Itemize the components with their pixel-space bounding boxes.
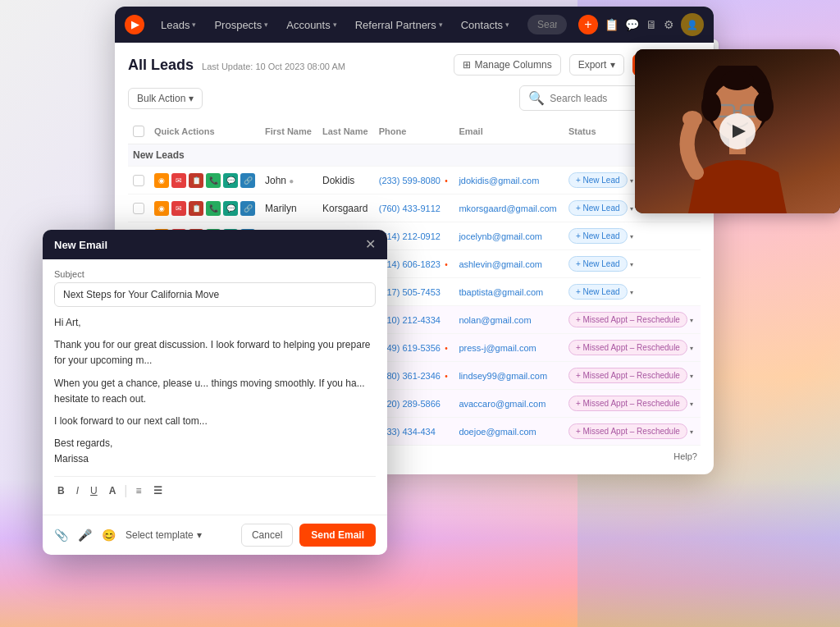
nav-add-button[interactable]: + (578, 15, 598, 34)
nav-search-input[interactable] (527, 15, 567, 34)
table-row: ◉ ✉ 📋 📞 💬 🔗 John ● Dokidis (233) 599-808… (128, 167, 701, 195)
search-leads-input[interactable] (550, 93, 640, 104)
status-badge[interactable]: + Missed Appt – Reschedule (568, 312, 687, 327)
col-phone: Phone (374, 119, 454, 144)
italic-button[interactable]: I (73, 483, 82, 498)
search-leads-container: 🔍 (519, 85, 649, 111)
email-link[interactable]: jocelynb@gmail.com (459, 231, 542, 241)
status-badge[interactable]: + New Lead (568, 284, 628, 300)
phone-link[interactable]: (717) 505-7453 (379, 287, 441, 297)
modal-footer: 📎 🎤 😊 Select template ▾ Cancel Send Emai… (43, 515, 387, 555)
qa-icon-3[interactable]: 📋 (189, 201, 203, 216)
nav-prospects[interactable]: Prospects ▾ (208, 16, 275, 34)
qa-icon-1[interactable]: ◉ (154, 201, 169, 216)
email-link[interactable]: avaccaro@gmail.com (459, 399, 546, 409)
phone-link[interactable]: (233) 434-434 (379, 427, 436, 437)
chevron-down-icon: ▾ (505, 21, 509, 29)
qa-icon-1[interactable]: ◉ (154, 173, 169, 188)
status-badge[interactable]: + New Lead (568, 200, 628, 216)
qa-icon-5[interactable]: 💬 (223, 173, 238, 188)
bulk-action-button[interactable]: Bulk Action ▾ (128, 88, 203, 109)
qa-icon-5[interactable]: 💬 (223, 201, 238, 216)
select-all-checkbox[interactable] (133, 126, 144, 137)
underline-button[interactable]: U (87, 483, 101, 498)
table-row: ◉ ✉ 📋 📞 💬 🔗 Marilyn Korsgaard (760) 433-… (128, 195, 701, 222)
send-email-button[interactable]: Send Email (299, 524, 376, 547)
nav-referral-partners[interactable]: Referral Partners ▾ (349, 16, 450, 34)
font-size-button[interactable]: A (106, 483, 120, 498)
help-button[interactable]: Help? (673, 451, 697, 461)
phone-link[interactable]: (233) 599-8080 (379, 176, 441, 185)
email-link[interactable]: tbaptista@gmail.com (459, 287, 543, 297)
select-template-button[interactable]: Select template ▾ (126, 529, 202, 541)
microphone-icon[interactable]: 🎤 (78, 529, 92, 542)
align-left-button[interactable]: ≡ (133, 483, 145, 498)
emoji-icon[interactable]: 😊 (102, 529, 116, 542)
play-button[interactable] (719, 113, 756, 149)
qa-icon-6[interactable]: 🔗 (240, 201, 255, 216)
top-nav: ▶ Leads ▾ Prospects ▾ Accounts ▾ Referra… (115, 7, 714, 43)
status-badge[interactable]: + New Lead (568, 228, 628, 244)
section-header-new-leads: New Leads (128, 144, 701, 167)
app-logo[interactable]: ▶ (125, 15, 144, 34)
chevron-down-icon: ▾ (690, 317, 693, 324)
phone-link[interactable]: (414) 606-1823 (379, 259, 441, 269)
qa-icon-2[interactable]: ✉ (171, 201, 186, 216)
modal-title: New Email (54, 239, 107, 251)
email-link[interactable]: ashlevin@gmail.com (459, 259, 542, 269)
qa-icon-4[interactable]: 📞 (206, 173, 221, 188)
nav-accounts[interactable]: Accounts ▾ (280, 16, 343, 34)
phone-link[interactable]: (480) 361-2346 (379, 371, 441, 381)
attachment-icon[interactable]: 📎 (54, 529, 68, 542)
subject-input[interactable] (54, 282, 376, 307)
export-button[interactable]: Export ▾ (569, 54, 625, 76)
phone-link[interactable]: (760) 433-9112 (379, 204, 441, 213)
email-cell: lindsey99@gmail.com (454, 362, 564, 390)
email-link[interactable]: mkorsgaard@gmail.com (459, 204, 556, 213)
col-quick-actions: Quick Actions (149, 119, 260, 144)
row-checkbox[interactable] (133, 175, 144, 186)
nav-search-container (527, 15, 567, 34)
phone-link[interactable]: (310) 212-4334 (379, 315, 441, 325)
nav-clipboard-icon[interactable]: 📋 (605, 18, 619, 31)
col-last-name: Last Name (317, 119, 374, 144)
nav-contacts[interactable]: Contacts ▾ (454, 16, 516, 34)
status-badge[interactable]: + Missed Appt – Reschedule (568, 423, 687, 439)
qa-icon-3[interactable]: 📋 (189, 173, 203, 188)
phone-link[interactable]: (949) 619-5356 (379, 343, 441, 353)
nav-chat-icon[interactable]: 💬 (625, 18, 639, 31)
phone-link[interactable]: (720) 289-5866 (379, 399, 441, 409)
manage-columns-button[interactable]: ⊞ Manage Columns (454, 54, 561, 76)
status-badge[interactable]: + New Lead (568, 256, 628, 272)
body-para3: I look forward to our next call tom... (54, 414, 376, 429)
status-badge[interactable]: + Missed Appt – Reschedule (568, 396, 687, 411)
email-link[interactable]: doejoe@gmail.com (459, 427, 536, 437)
email-link[interactable]: nolan@gmail.com (459, 315, 531, 325)
cancel-button[interactable]: Cancel (241, 524, 293, 547)
email-body[interactable]: Hi Art, Thank you for our great discussi… (54, 315, 376, 468)
qa-icon-2[interactable]: ✉ (171, 173, 186, 188)
nav-leads[interactable]: Leads ▾ (154, 16, 203, 34)
chevron-down-icon: ▾ (630, 289, 633, 296)
qa-icon-4[interactable]: 📞 (206, 201, 221, 216)
chevron-down-icon: ▾ (690, 345, 693, 352)
status-badge[interactable]: + Missed Appt – Reschedule (568, 368, 687, 383)
email-link[interactable]: press-j@gmail.com (459, 343, 536, 353)
list-button[interactable]: ☰ (150, 483, 166, 498)
user-avatar[interactable]: 👤 (681, 13, 704, 36)
phone-link[interactable]: (714) 212-0912 (379, 231, 441, 241)
email-cell: nolan@gmail.com (454, 306, 564, 334)
row-checkbox[interactable] (133, 203, 144, 214)
email-link[interactable]: jdokidis@gmail.com (459, 176, 539, 185)
nav-settings-icon[interactable]: ⚙ (664, 18, 674, 31)
modal-close-button[interactable]: ✕ (365, 238, 376, 251)
status-badge[interactable]: + New Lead (568, 172, 628, 188)
nav-screen-icon[interactable]: 🖥 (646, 18, 657, 31)
qa-icon-6[interactable]: 🔗 (240, 173, 255, 188)
email-cell: ashlevin@gmail.com (454, 250, 564, 278)
email-cell: doejoe@gmail.com (454, 418, 564, 446)
bold-button[interactable]: B (54, 483, 68, 498)
status-badge[interactable]: + Missed Appt – Reschedule (568, 340, 687, 355)
email-link[interactable]: lindsey99@gmail.com (459, 371, 547, 381)
columns-icon: ⊞ (463, 59, 471, 71)
